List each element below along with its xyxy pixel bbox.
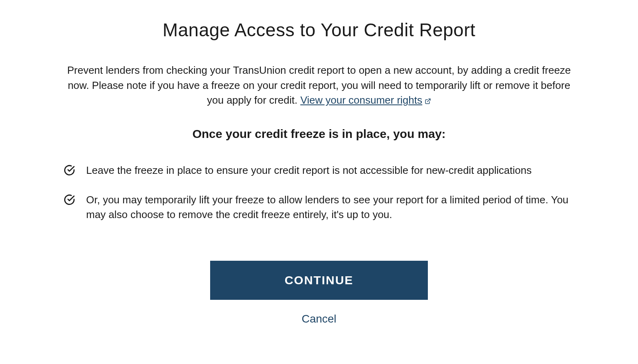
list-item: Or, you may temporarily lift your freeze… [64, 193, 574, 222]
rights-link-label: View your consumer rights [300, 93, 422, 108]
consumer-rights-link[interactable]: View your consumer rights [300, 93, 431, 108]
benefits-subheading: Once your credit freeze is in place, you… [64, 127, 574, 141]
check-circle-icon [64, 165, 75, 176]
check-circle-icon [64, 194, 75, 205]
main-content: Manage Access to Your Credit Report Prev… [32, 0, 606, 325]
page-title: Manage Access to Your Credit Report [64, 19, 574, 41]
continue-button[interactable]: CONTINUE [210, 261, 428, 300]
benefit-text: Or, you may temporarily lift your freeze… [86, 193, 574, 222]
benefits-list: Leave the freeze in place to ensure your… [64, 163, 574, 222]
benefit-text: Leave the freeze in place to ensure your… [86, 163, 532, 178]
svg-line-0 [427, 99, 430, 102]
cancel-link[interactable]: Cancel [301, 313, 336, 325]
actions: CONTINUE Cancel [64, 261, 574, 325]
intro-paragraph: Prevent lenders from checking your Trans… [64, 63, 574, 108]
external-link-icon [424, 93, 431, 108]
list-item: Leave the freeze in place to ensure your… [64, 163, 574, 178]
